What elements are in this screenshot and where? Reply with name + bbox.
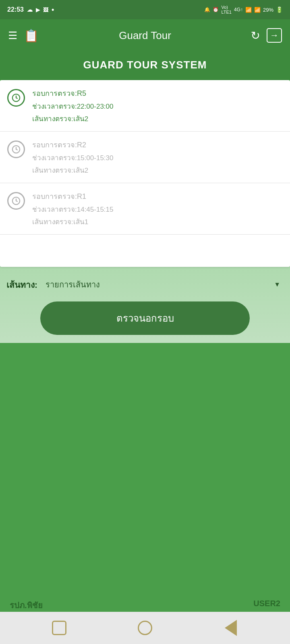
alarm-icon: 🔔 [204, 7, 210, 12]
check-button-wrapper: ตรวจนอกรอบ [0, 297, 290, 343]
cloud-icon: ☁ [27, 6, 33, 13]
route-label-3: เส้นทางตรวจ:เส้น1 [32, 216, 113, 227]
time-label-3: ช่วงเวลาตรวจ:14:45-15:15 [32, 204, 113, 215]
image-icon: 🖼 [43, 7, 48, 13]
signal-icon: Vo)LTE1 [221, 5, 231, 14]
round-label-1: รอบการตรวจ:R5 [32, 87, 113, 99]
header-section: GUARD TOUR SYSTEM [0, 52, 290, 80]
round-label-2: รอบการตรวจ:R2 [32, 139, 113, 151]
empty-list-row [0, 235, 290, 267]
item-text-2: รอบการตรวจ:R2 ช่วงเวลาตรวจ:15:00-15:30 เ… [32, 139, 113, 175]
round-label-3: รอบการตรวจ:R1 [32, 190, 113, 202]
item-text-1: รอบการตรวจ:R5 ช่วงเวลาตรวจ:22:00-23:00 เ… [32, 87, 113, 124]
clock-active-icon [7, 89, 25, 107]
page-title: GUARD TOUR SYSTEM [8, 59, 282, 71]
path-dropdown-value: รายการเส้นทาง [46, 278, 100, 291]
main-area: รอบการตรวจ:R5 ช่วงเวลาตรวจ:22:00-23:00 เ… [0, 80, 290, 343]
app-bar-left: ☰ 📋 [8, 29, 39, 43]
bottom-info-bar: รปภ.พิชัย USER2 [0, 599, 290, 612]
path-dropdown[interactable]: รายการเส้นทาง ▼ [42, 276, 284, 293]
time-label-1: ช่วงเวลาตรวจ:22:00-23:00 [32, 101, 113, 111]
time-display: 22:53 [7, 6, 24, 13]
dot-icon: • [52, 6, 54, 14]
youtube-icon: ▶ [36, 7, 40, 13]
route-label-2: เส้นทางตรวจ:เส้น2 [32, 165, 113, 175]
status-time: 22:53 ☁ ▶ 🖼 • [7, 6, 54, 14]
time-label-2: ช่วงเวลาตรวจ:15:00-15:30 [32, 152, 113, 163]
app-bar-right: ↺ → [251, 28, 282, 43]
check-button[interactable]: ตรวจนอกรอบ [40, 301, 250, 335]
item-text-3: รอบการตรวจ:R1 ช่วงเวลาตรวจ:14:45-15:15 เ… [32, 190, 113, 227]
signal-bars1: 📶 [245, 7, 252, 13]
4g-icon: 4G↑ [234, 7, 243, 12]
clock-icon: ⏰ [213, 7, 219, 12]
list-item[interactable]: รอบการตรวจ:R5 ช่วงเวลาตรวจ:22:00-23:00 เ… [0, 80, 290, 132]
refresh-icon[interactable]: ↺ [251, 29, 260, 42]
nav-home-button[interactable] [50, 619, 68, 637]
user-role-display: USER2 [253, 599, 280, 612]
hamburger-icon[interactable]: ☰ [8, 29, 17, 42]
status-indicators: 🔔 ⏰ Vo)LTE1 4G↑ 📶 📶 29% 🔋 [204, 5, 283, 14]
route-label-1: เส้นทางตรวจ:เส้น2 [32, 113, 113, 124]
signal-bars2: 📶 [254, 7, 261, 13]
nav-circle-button[interactable] [136, 619, 154, 637]
path-label: เส้นทาง: [6, 278, 37, 291]
user-name-display: รปภ.พิชัย [10, 599, 43, 612]
clock-inactive-icon-2 [7, 140, 25, 158]
square-icon [52, 621, 66, 635]
list-item[interactable]: รอบการตรวจ:R1 ช่วงเวลาตรวจ:14:45-15:15 เ… [0, 183, 290, 235]
status-bar: 22:53 ☁ ▶ 🖼 • 🔔 ⏰ Vo)LTE1 4G↑ 📶 📶 29% 🔋 [0, 0, 290, 19]
app-title: Guard Tour [119, 29, 171, 42]
chevron-down-icon: ▼ [274, 281, 280, 288]
battery-icon: 🔋 [276, 6, 283, 13]
circle-icon [138, 621, 152, 635]
tour-list: รอบการตรวจ:R5 ช่วงเวลาตรวจ:22:00-23:00 เ… [0, 80, 290, 267]
battery-display: 29% [263, 7, 273, 13]
list-item[interactable]: รอบการตรวจ:R2 ช่วงเวลาตรวจ:15:00-15:30 เ… [0, 132, 290, 183]
nav-back-button[interactable] [222, 619, 240, 637]
book-icon[interactable]: 📋 [24, 29, 39, 43]
nav-bar [0, 612, 290, 644]
clock-inactive-icon-3 [7, 192, 25, 210]
app-bar: ☰ 📋 Guard Tour ↺ → [0, 19, 290, 52]
logout-icon[interactable]: → [267, 28, 282, 43]
back-icon [225, 620, 237, 636]
path-selector-row: เส้นทาง: รายการเส้นทาง ▼ [0, 267, 290, 297]
